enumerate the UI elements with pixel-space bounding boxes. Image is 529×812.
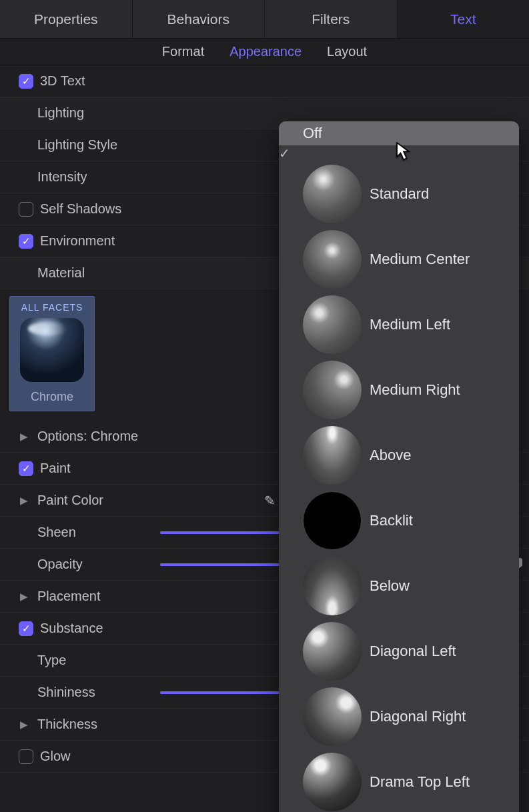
label-paint-color: Paint Color [37, 493, 103, 508]
popup-item-backlit[interactable]: Backlit [279, 488, 519, 553]
popup-item-mr[interactable]: Medium Right [279, 357, 519, 423]
popup-item-label: Diagonal Left [370, 643, 456, 660]
check-icon: ✓ [22, 463, 31, 473]
checkbox-3d-text[interactable]: ✓ [19, 74, 33, 89]
check-icon: ✓ [22, 76, 31, 86]
lighting-preview-sphere [303, 557, 362, 615]
popup-item-label: Below [370, 577, 410, 595]
tab-behaviors[interactable]: Behaviors [133, 0, 266, 38]
checkbox-substance[interactable]: ✓ [19, 621, 33, 636]
popup-item-above[interactable]: Above [279, 423, 519, 488]
popup-item-label: Medium Right [370, 381, 460, 399]
popup-item-label: Medium Left [370, 316, 450, 333]
label-options-chrome: Options: Chrome [37, 429, 138, 444]
check-icon: ✓ [279, 146, 290, 161]
checkbox-environment[interactable]: ✓ [19, 234, 33, 249]
label-glow: Glow [40, 749, 71, 764]
label-thickness: Thickness [37, 717, 97, 732]
subtab-format[interactable]: Format [162, 44, 204, 59]
popup-item-dtl[interactable]: Drama Top Left [279, 749, 519, 812]
row-3d-text: ✓ 3D Text [0, 65, 529, 97]
check-icon: ✓ [22, 236, 31, 246]
label-sheen: Sheen [37, 525, 76, 540]
label-lighting: Lighting [37, 105, 84, 121]
tab-filters[interactable]: Filters [265, 0, 398, 38]
check-icon: ✓ [22, 623, 31, 633]
subtab-appearance[interactable]: Appearance [229, 44, 302, 59]
popup-item-label: Medium Center [370, 251, 470, 268]
lighting-preview-sphere [303, 753, 362, 811]
label-environment: Environment [40, 233, 115, 249]
label-paint: Paint [40, 461, 71, 476]
lighting-preview-sphere [303, 295, 362, 354]
popup-item-below[interactable]: Below [279, 553, 519, 619]
lighting-preview-sphere [303, 622, 362, 681]
label-opacity: Opacity [37, 557, 83, 572]
label-all-facets: ALL FACETS [21, 302, 83, 313]
popup-item-label: Standard [370, 185, 429, 203]
popup-item-label: Drama Top Left [370, 773, 470, 791]
popup-item-mc[interactable]: Medium Center [279, 227, 519, 292]
lighting-preview-sphere [303, 491, 362, 550]
label-lighting-style: Lighting Style [37, 137, 117, 153]
lighting-preview-sphere [303, 361, 362, 419]
label-intensity: Intensity [37, 169, 87, 185]
popup-item-label: Diagonal Right [370, 708, 466, 725]
lighting-preview-sphere [303, 687, 362, 746]
label-type: Type [37, 653, 66, 668]
tab-text[interactable]: Text [398, 0, 530, 38]
lighting-preview-sphere [303, 230, 362, 289]
popup-item-standard[interactable]: Standard [279, 161, 519, 227]
popup-item-dr[interactable]: Diagonal Right [279, 684, 519, 749]
label-placement: Placement [37, 589, 101, 604]
popup-item-dl[interactable]: Diagonal Left [279, 619, 519, 684]
label-substance: Substance [40, 621, 103, 636]
popup-item-ml[interactable]: Medium Left [279, 292, 519, 357]
checkbox-paint[interactable]: ✓ [19, 461, 33, 476]
material-thumbnail [20, 318, 84, 382]
disclosure-icon: ▶ [20, 719, 28, 731]
material-facets-button[interactable]: ALL FACETS Chrome [9, 296, 95, 411]
material-name: Chrome [31, 390, 73, 404]
inspector-tabs: Properties Behaviors Filters Text [0, 0, 529, 39]
label-material: Material [37, 265, 85, 281]
eyedropper-icon[interactable]: ✎ [264, 493, 276, 509]
checkbox-self-shadows[interactable] [19, 202, 33, 217]
checkbox-glow[interactable] [19, 749, 33, 764]
disclosure-icon: ▶ [20, 495, 28, 507]
disclosure-icon: ▶ [20, 591, 28, 603]
lighting-preview-sphere [303, 426, 362, 485]
lighting-style-popup: Off ✓StandardMedium CenterMedium LeftMed… [279, 121, 519, 812]
label-3d-text: 3D Text [40, 73, 85, 89]
popup-item-label: Above [370, 447, 411, 464]
tab-properties[interactable]: Properties [0, 0, 133, 38]
popup-item-off[interactable]: Off [279, 121, 519, 145]
lighting-preview-sphere [303, 165, 362, 223]
text-subtabs: Format Appearance Layout [0, 39, 529, 65]
popup-item-label: Backlit [370, 512, 413, 529]
label-shininess: Shininess [37, 685, 95, 700]
subtab-layout[interactable]: Layout [327, 44, 367, 59]
popup-item-label: Off [303, 125, 322, 142]
label-self-shadows: Self Shadows [40, 201, 121, 217]
disclosure-icon: ▶ [20, 431, 28, 443]
